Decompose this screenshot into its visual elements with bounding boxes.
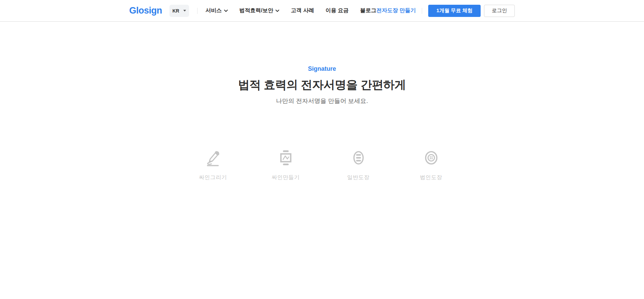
free-trial-button[interactable]: 1개월 무료 체험 <box>428 5 481 17</box>
nav-item-label: 서비스 <box>206 7 222 14</box>
round-stamp-icon <box>350 150 367 167</box>
hero-subtitle: 나만의 전자서명을 만들어 보세요. <box>0 97 644 105</box>
nav-item-blog[interactable]: 블로그 <box>360 7 376 14</box>
header-divider <box>197 8 198 14</box>
header-actions: 전자도장 만들기 1개월 무료 체험 로그인 <box>376 5 515 17</box>
glosign-logo[interactable]: Glosign <box>129 6 162 15</box>
option-draw-sign[interactable]: 싸인그리기 <box>177 150 249 181</box>
nav-item-services[interactable]: 서비스 <box>206 7 228 14</box>
hero-eyebrow: Signature <box>0 66 644 72</box>
corporate-stamp-icon <box>423 150 440 167</box>
option-corporate-stamp[interactable]: 법인도장 <box>395 150 467 181</box>
option-label: 일반도장 <box>347 174 370 181</box>
make-sign-icon <box>277 150 294 167</box>
option-make-sign[interactable]: 싸인만들기 <box>249 150 322 181</box>
option-label: 싸인그리기 <box>199 174 227 181</box>
option-label: 법인도장 <box>420 174 442 181</box>
make-estamp-link[interactable]: 전자도장 만들기 <box>376 7 416 14</box>
page-title: 법적 효력의 전자서명을 간편하게 <box>0 78 644 92</box>
chevron-down-icon <box>224 9 228 12</box>
language-selector[interactable]: KR <box>169 5 189 17</box>
main-nav: 서비스 법적효력/보안 고객 사례 이용 요금 블로그 <box>206 7 376 14</box>
nav-item-pricing[interactable]: 이용 요금 <box>325 7 348 14</box>
chevron-down-icon <box>275 9 279 12</box>
login-button[interactable]: 로그인 <box>484 5 515 17</box>
nav-item-label: 고객 사례 <box>291 7 314 14</box>
header-divider <box>422 8 422 14</box>
nav-item-legal-security[interactable]: 법적효력/보안 <box>239 7 279 14</box>
nav-item-label: 법적효력/보안 <box>239 7 273 14</box>
hero-section: Signature 법적 효력의 전자서명을 간편하게 나만의 전자서명을 만들… <box>0 22 644 181</box>
signature-options-row: 싸인그리기 싸인만들기 일반 <box>0 150 644 181</box>
nav-item-label: 이용 요금 <box>325 7 348 14</box>
option-round-stamp[interactable]: 일반도장 <box>322 150 395 181</box>
nav-item-customer-cases[interactable]: 고객 사례 <box>291 7 314 14</box>
caret-down-icon <box>183 10 186 12</box>
nav-item-label: 블로그 <box>360 7 376 14</box>
draw-sign-icon <box>205 150 222 167</box>
header: Glosign KR 서비스 법적효력/보안 고객 사례 이용 요금 블로그 <box>0 0 644 22</box>
language-code: KR <box>172 8 179 14</box>
option-label: 싸인만들기 <box>272 174 300 181</box>
header-container: Glosign KR 서비스 법적효력/보안 고객 사례 이용 요금 블로그 <box>129 0 515 21</box>
